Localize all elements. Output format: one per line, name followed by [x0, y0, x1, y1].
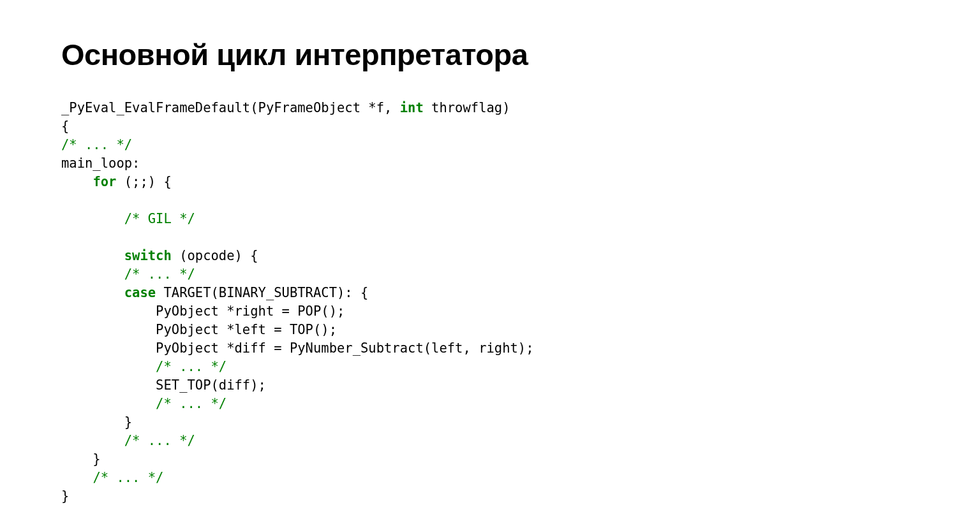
code-token: /* ... */	[124, 433, 195, 448]
code-token	[61, 285, 124, 300]
code-token: PyObject *diff = PyNumber_Subtract(left,…	[61, 340, 534, 356]
code-token	[61, 211, 124, 226]
code-token: switch	[124, 248, 172, 263]
code-token: SET_TOP(diff);	[61, 377, 266, 393]
code-token	[61, 470, 93, 485]
code-token: /* ... */	[124, 267, 195, 282]
code-token: _PyEval_EvalFrameDefault(PyFrameObject *…	[61, 100, 400, 115]
code-token: for	[93, 174, 116, 189]
code-token: (;;) {	[116, 174, 171, 189]
code-token	[61, 396, 156, 411]
code-token: PyObject *left = TOP();	[61, 322, 337, 337]
code-token: /* ... */	[156, 359, 226, 374]
code-token: PyObject *right = POP();	[61, 304, 345, 319]
code-token: }	[61, 488, 69, 504]
code-token: }	[61, 414, 132, 430]
slide-title: Основной цикл интерпретатора	[61, 37, 919, 72]
code-token: /* GIL */	[124, 211, 195, 226]
code-token: /* ... */	[156, 396, 226, 411]
code-token: throwflag)	[424, 100, 510, 115]
code-token	[61, 433, 124, 448]
code-token	[61, 267, 124, 282]
code-token	[61, 359, 156, 374]
code-token	[61, 174, 93, 189]
code-token: {	[61, 119, 69, 134]
code-token: }	[61, 451, 101, 467]
code-token: int	[400, 100, 424, 115]
code-block: _PyEval_EvalFrameDefault(PyFrameObject *…	[61, 99, 919, 506]
code-token: main_loop:	[61, 156, 140, 171]
code-token: /* ... */	[93, 470, 163, 485]
code-token: TARGET(BINARY_SUBTRACT): {	[156, 285, 368, 300]
code-token: case	[124, 285, 156, 300]
code-token: /* ... */	[61, 137, 132, 152]
code-token: (opcode) {	[172, 248, 258, 263]
code-token	[61, 248, 124, 263]
